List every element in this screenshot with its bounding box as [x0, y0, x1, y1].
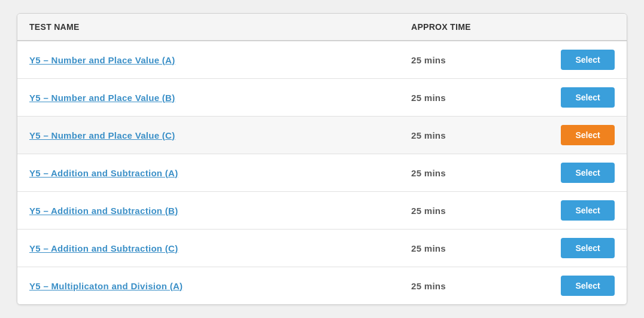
- test-name-link[interactable]: Y5 – Multiplicaton and Division (A): [29, 281, 411, 291]
- action-cell: Select: [531, 50, 615, 70]
- approx-time: 25 mins: [411, 281, 531, 291]
- approx-time: 25 mins: [411, 243, 531, 253]
- header-approx-time: APPROX TIME: [411, 22, 531, 32]
- table-body: Y5 – Number and Place Value (A)25 minsSe…: [17, 41, 627, 304]
- select-button[interactable]: Select: [561, 200, 615, 221]
- select-button[interactable]: Select: [561, 163, 615, 183]
- table-row: Y5 – Number and Place Value (A)25 minsSe…: [17, 41, 627, 79]
- test-name-link[interactable]: Y5 – Number and Place Value (C): [29, 130, 411, 140]
- test-name-link[interactable]: Y5 – Number and Place Value (A): [29, 55, 411, 65]
- test-name-link[interactable]: Y5 – Addition and Subtraction (A): [29, 168, 411, 178]
- approx-time: 25 mins: [411, 168, 531, 178]
- table-row: Y5 – Addition and Subtraction (A)25 mins…: [17, 154, 627, 192]
- test-name-link[interactable]: Y5 – Addition and Subtraction (C): [29, 243, 411, 253]
- table-row: Y5 – Number and Place Value (C)25 minsSe…: [17, 117, 627, 154]
- select-button[interactable]: Select: [561, 125, 615, 145]
- approx-time: 25 mins: [411, 206, 531, 216]
- table-header: TEST NAME APPROX TIME: [17, 14, 627, 41]
- action-cell: Select: [531, 238, 615, 258]
- table-row: Y5 – Multiplicaton and Division (A)25 mi…: [17, 267, 627, 304]
- table-row: Y5 – Addition and Subtraction (B)25 mins…: [17, 192, 627, 230]
- action-cell: Select: [531, 276, 615, 296]
- action-cell: Select: [531, 125, 615, 145]
- approx-time: 25 mins: [411, 130, 531, 140]
- table-row: Y5 – Number and Place Value (B)25 minsSe…: [17, 79, 627, 117]
- action-cell: Select: [531, 200, 615, 221]
- select-button[interactable]: Select: [561, 50, 615, 70]
- select-button[interactable]: Select: [561, 238, 615, 258]
- test-selection-table: TEST NAME APPROX TIME Y5 – Number and Pl…: [17, 13, 627, 305]
- approx-time: 25 mins: [411, 55, 531, 65]
- header-test-name: TEST NAME: [29, 22, 411, 32]
- approx-time: 25 mins: [411, 93, 531, 103]
- test-name-link[interactable]: Y5 – Number and Place Value (B): [29, 93, 411, 103]
- test-name-link[interactable]: Y5 – Addition and Subtraction (B): [29, 206, 411, 216]
- select-button[interactable]: Select: [561, 276, 615, 296]
- action-cell: Select: [531, 87, 615, 108]
- table-row: Y5 – Addition and Subtraction (C)25 mins…: [17, 230, 627, 267]
- select-button[interactable]: Select: [561, 87, 615, 108]
- action-cell: Select: [531, 163, 615, 183]
